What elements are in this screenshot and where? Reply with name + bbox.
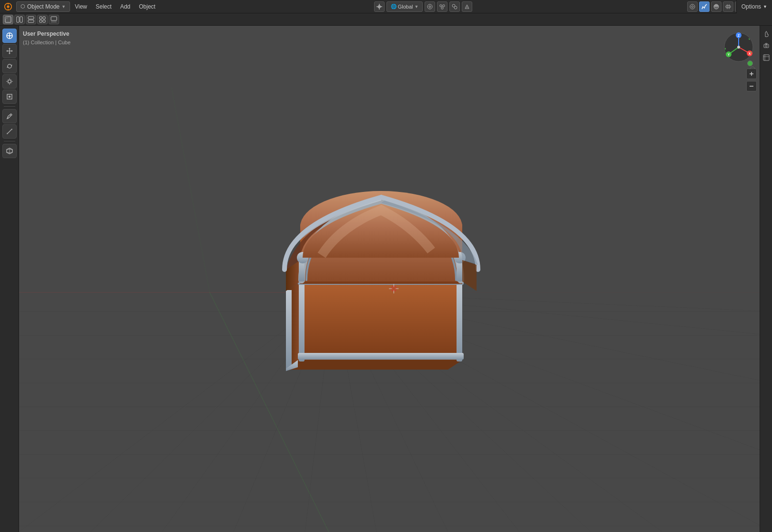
collection-label: (1) Collection | Cube (23, 39, 71, 47)
global-transform[interactable]: 🌐 Global ▼ (386, 1, 423, 12)
svg-marker-42 (9, 48, 10, 49)
tab-viewport[interactable] (3, 15, 13, 24)
svg-rect-66 (765, 43, 767, 44)
svg-rect-26 (17, 17, 19, 22)
svg-rect-30 (40, 17, 42, 19)
svg-marker-47 (7, 66, 9, 68)
svg-point-134 (737, 46, 740, 49)
snap-btn[interactable] (374, 1, 385, 12)
tool-transform[interactable] (2, 90, 17, 104)
render-engine[interactable] (699, 1, 710, 12)
top-bar: ⬡ Object Mode ▼ View Select Add Object 🌐… (0, 0, 772, 13)
viewport-tabs (0, 13, 772, 26)
tab-2[interactable] (14, 15, 25, 24)
transform-label: Global (398, 4, 413, 10)
svg-rect-33 (43, 20, 45, 22)
svg-line-74 (172, 88, 210, 292)
svg-rect-25 (5, 17, 8, 19)
svg-point-12 (454, 6, 457, 9)
viewport-controls (746, 69, 757, 91)
svg-point-1 (7, 5, 9, 8)
zoom-out[interactable] (746, 81, 757, 91)
overlay-options[interactable] (449, 1, 460, 12)
toolbar-sep-2 (4, 141, 15, 141)
svg-rect-54 (9, 96, 10, 98)
menu-select[interactable]: Select (92, 2, 115, 11)
svg-marker-44 (6, 50, 8, 52)
toolbar-sep-1 (4, 106, 15, 107)
tool-add-cube[interactable] (2, 144, 17, 158)
svg-text:Y: Y (728, 53, 730, 56)
svg-rect-10 (441, 7, 443, 9)
svg-marker-116 (462, 260, 477, 291)
svg-rect-17 (726, 6, 731, 8)
svg-line-55 (10, 115, 11, 116)
navigation-gizmo[interactable]: Z X Y (722, 30, 755, 64)
svg-marker-43 (9, 53, 10, 54)
left-toolbar (0, 26, 19, 532)
zoom-in[interactable] (746, 69, 757, 79)
svg-rect-67 (763, 55, 769, 60)
svg-rect-9 (443, 5, 445, 7)
svg-rect-104 (457, 281, 462, 361)
tool-annotate[interactable] (2, 109, 17, 123)
perspective-label: User Perspective (23, 30, 71, 39)
svg-line-57 (7, 129, 12, 134)
svg-rect-28 (28, 17, 34, 19)
menu-add[interactable]: Add (116, 2, 134, 11)
viewport[interactable]: User Perspective (1) Collection | Cube Z… (19, 26, 772, 532)
options-label: Options (742, 3, 761, 10)
tool-scale[interactable] (2, 74, 17, 89)
viewport-overlays[interactable] (723, 1, 733, 12)
menu-view[interactable]: View (71, 2, 91, 11)
tab-4[interactable] (37, 15, 48, 24)
svg-rect-100 (300, 281, 462, 360)
treasure-chest (264, 155, 503, 393)
tab-5[interactable] (49, 15, 59, 24)
svg-rect-29 (28, 20, 34, 22)
svg-marker-45 (11, 50, 13, 52)
chest-svg (264, 155, 503, 393)
svg-rect-31 (43, 17, 45, 19)
tool-cursor[interactable] (2, 29, 17, 43)
svg-point-7 (430, 6, 430, 7)
tool-scene[interactable] (761, 52, 772, 63)
svg-rect-34 (51, 17, 57, 20)
tool-move[interactable] (2, 44, 17, 58)
menu-object[interactable]: Object (135, 2, 159, 11)
svg-rect-105 (298, 353, 464, 360)
proportional-edit[interactable] (425, 1, 435, 12)
tool-measure[interactable] (2, 124, 17, 139)
options-button[interactable]: Options ▼ (736, 0, 772, 13)
tool-rotate[interactable] (2, 59, 17, 73)
mode-selector[interactable]: ⬡ Object Mode ▼ (16, 1, 70, 12)
svg-point-65 (765, 45, 767, 47)
svg-rect-48 (8, 80, 11, 83)
svg-rect-27 (20, 17, 22, 22)
svg-point-15 (691, 6, 693, 8)
svg-marker-107 (286, 290, 292, 369)
tool-camera[interactable] (761, 40, 772, 51)
center-controls: 🌐 Global ▼ (160, 1, 686, 12)
shading-options[interactable] (462, 1, 472, 12)
svg-rect-103 (299, 281, 305, 361)
svg-marker-102 (286, 360, 462, 370)
tab-3[interactable] (26, 15, 36, 24)
app-logo (3, 1, 13, 12)
svg-marker-46 (10, 65, 12, 66)
scene-settings[interactable] (687, 1, 698, 12)
mode-label: Object Mode (27, 3, 60, 10)
svg-rect-32 (40, 20, 42, 22)
svg-point-39 (9, 35, 10, 37)
tool-hand[interactable] (761, 29, 772, 39)
svg-line-56 (7, 118, 9, 119)
snap-options[interactable] (437, 1, 447, 12)
svg-text:Z: Z (738, 34, 740, 37)
viewport-shading[interactable] (711, 1, 721, 12)
viewport-info: User Perspective (1) Collection | Cube (23, 30, 71, 47)
svg-rect-8 (440, 5, 442, 7)
svg-point-14 (690, 4, 695, 9)
svg-rect-35 (51, 21, 57, 22)
right-sidebar (760, 26, 772, 532)
